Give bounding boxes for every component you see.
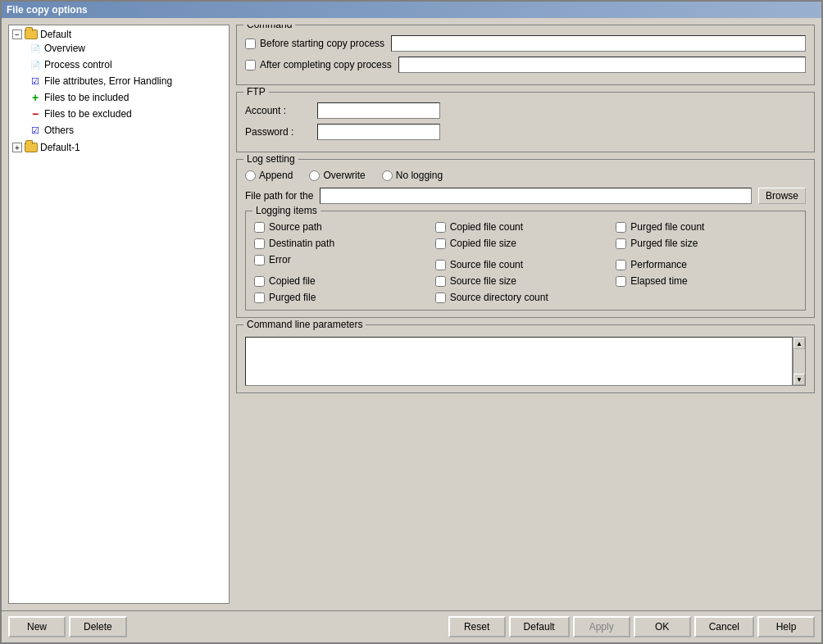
- tree-item-label-include: Files to be included: [44, 92, 129, 103]
- radio-no-logging-input[interactable]: [382, 170, 393, 181]
- purged-file-count-checkbox[interactable]: [616, 222, 626, 233]
- tree-item-others[interactable]: ☑ Others: [29, 122, 225, 138]
- expand-default1[interactable]: +: [12, 143, 22, 152]
- command-section: Command Before starting copy process Aft…: [236, 25, 815, 85]
- radio-no-logging-label: No logging: [396, 170, 443, 181]
- tree-item-label-file-attrs: File attributes, Error Handling: [44, 75, 172, 87]
- tree-root-default[interactable]: − Default: [12, 29, 225, 40]
- left-button-group: New Delete: [8, 616, 127, 637]
- log-content: Append Overwrite No logging File: [245, 170, 806, 311]
- ftp-title: FTP: [243, 86, 269, 98]
- scroll-up-btn[interactable]: ▲: [793, 338, 805, 349]
- check-destination-path[interactable]: Destinatin path: [254, 238, 435, 249]
- log-title: Log setting: [243, 153, 298, 165]
- bottom-bar: New Delete Reset Default Apply OK Cancel…: [2, 610, 821, 642]
- check-source-path[interactable]: Source path: [254, 221, 435, 233]
- minus-icon-exclude: −: [29, 107, 42, 120]
- apply-button[interactable]: Apply: [573, 616, 630, 637]
- error-checkbox[interactable]: [254, 255, 265, 265]
- source-file-count-checkbox[interactable]: [435, 260, 446, 270]
- after-checkbox[interactable]: [245, 60, 256, 70]
- ok-button[interactable]: OK: [634, 616, 691, 637]
- before-input[interactable]: [391, 35, 806, 52]
- page-icon-process: 📄: [29, 58, 42, 71]
- check-purged-file[interactable]: Purged file: [254, 292, 435, 303]
- tree-item-process[interactable]: 📄 Process control: [29, 57, 225, 73]
- radio-append[interactable]: Append: [245, 170, 293, 181]
- blue-icon-others: ☑: [29, 124, 42, 137]
- new-button[interactable]: New: [8, 616, 66, 637]
- title-bar: File copy options: [2, 2, 821, 18]
- tree-item-exclude[interactable]: − Files to be excluded: [29, 106, 225, 122]
- password-row: Password :: [245, 124, 806, 140]
- check-copied-file[interactable]: Copied file: [254, 275, 435, 287]
- source-file-size-checkbox[interactable]: [435, 276, 446, 287]
- copied-file-count-checkbox[interactable]: [435, 222, 446, 233]
- account-input[interactable]: [317, 102, 440, 119]
- check-copied-file-count[interactable]: Copied file count: [435, 221, 616, 233]
- check-performance[interactable]: Performance: [616, 259, 797, 270]
- copied-file-size-checkbox[interactable]: [435, 238, 446, 249]
- purged-file-size-checkbox[interactable]: [616, 238, 626, 249]
- check-error[interactable]: Error: [254, 254, 435, 265]
- reset-button[interactable]: Reset: [448, 616, 506, 637]
- tree-panel[interactable]: − Default 📄 Overview 📄 Process control ☑…: [8, 25, 230, 604]
- tree-item-label-process: Process control: [44, 59, 112, 70]
- command-content: Before starting copy process After compl…: [245, 35, 806, 73]
- page-icon-overview: 📄: [29, 42, 42, 55]
- check-source-directory-count[interactable]: Source directory count: [435, 292, 616, 303]
- performance-checkbox[interactable]: [616, 260, 626, 270]
- check-purged-file-size[interactable]: Purged file size: [616, 238, 797, 249]
- copied-file-count-label: Copied file count: [450, 221, 523, 233]
- check-elapsed-time[interactable]: Elapsed time: [616, 275, 797, 287]
- command-title: Command: [243, 25, 295, 30]
- cmdparams-scrollbar[interactable]: ▲ ▼: [793, 337, 806, 386]
- plus-icon-include: +: [29, 91, 42, 104]
- radio-overwrite-input[interactable]: [309, 170, 320, 181]
- radio-no-logging[interactable]: No logging: [382, 170, 443, 181]
- logging-col1: Source path Destinatin path Error: [254, 221, 435, 303]
- before-label[interactable]: Before starting copy process: [245, 38, 384, 49]
- purged-file-label: Purged file: [269, 292, 316, 303]
- ftp-content: Account : Password :: [245, 102, 806, 140]
- source-file-count-label: Source file count: [450, 259, 523, 270]
- purged-file-checkbox[interactable]: [254, 293, 265, 303]
- default-button[interactable]: Default: [509, 616, 570, 637]
- tree-item-overview[interactable]: 📄 Overview: [29, 40, 225, 57]
- tree-item-include[interactable]: + Files to be included: [29, 89, 225, 106]
- file-path-input[interactable]: [320, 188, 752, 204]
- account-row: Account :: [245, 102, 806, 119]
- tree-children-default: 📄 Overview 📄 Process control ☑ File attr…: [29, 40, 225, 138]
- check-source-file-size[interactable]: Source file size: [435, 275, 616, 287]
- main-window: File copy options − Default 📄 Overview 📄…: [0, 0, 823, 644]
- check-copied-file-size[interactable]: Copied file size: [435, 238, 616, 249]
- browse-button[interactable]: Browse: [758, 188, 806, 204]
- scroll-down-btn[interactable]: ▼: [793, 374, 805, 385]
- check-source-file-count[interactable]: Source file count: [435, 259, 616, 270]
- delete-button[interactable]: Delete: [69, 616, 127, 637]
- check-purged-file-count[interactable]: Purged file count: [616, 221, 797, 233]
- cancel-button[interactable]: Cancel: [694, 616, 754, 637]
- elapsed-time-checkbox[interactable]: [616, 276, 626, 287]
- tree-root-default1[interactable]: + Default-1: [12, 142, 225, 153]
- cmdparams-textarea[interactable]: [245, 337, 793, 386]
- log-section: Log setting Append Overwrite: [236, 159, 815, 318]
- file-path-row: File path for the Browse: [245, 188, 806, 204]
- source-directory-count-checkbox[interactable]: [435, 293, 446, 303]
- after-label[interactable]: After completing copy process: [245, 59, 392, 70]
- help-button[interactable]: Help: [757, 616, 815, 637]
- tree-item-label-overview: Overview: [44, 43, 85, 54]
- destination-path-checkbox[interactable]: [254, 238, 265, 249]
- source-path-label: Source path: [269, 221, 322, 233]
- radio-append-input[interactable]: [245, 170, 256, 181]
- tree-item-file-attrs[interactable]: ☑ File attributes, Error Handling: [29, 73, 225, 89]
- password-input[interactable]: [317, 124, 440, 140]
- before-checkbox[interactable]: [245, 39, 256, 49]
- file-path-label: File path for the: [245, 190, 313, 202]
- copied-file-checkbox[interactable]: [254, 276, 265, 287]
- radio-overwrite[interactable]: Overwrite: [309, 170, 365, 181]
- source-path-checkbox[interactable]: [254, 222, 265, 233]
- after-input[interactable]: [398, 57, 806, 73]
- expand-default[interactable]: −: [12, 29, 22, 39]
- content-area: − Default 📄 Overview 📄 Process control ☑…: [2, 18, 821, 610]
